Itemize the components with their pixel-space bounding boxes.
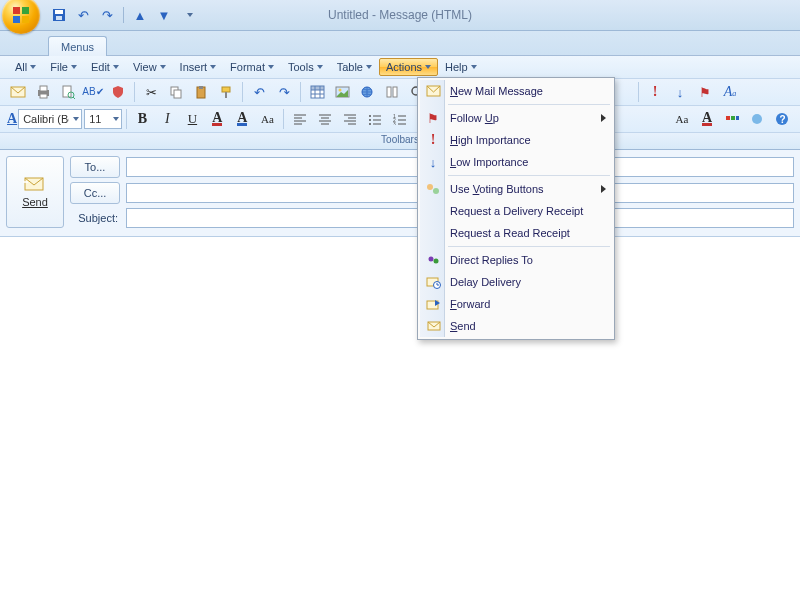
menu-item-send[interactable]: Send <box>420 315 612 337</box>
menu-edit[interactable]: Edit <box>84 58 126 76</box>
message-body[interactable] <box>0 237 800 600</box>
menu-item-new-mail[interactable]: New Mail Message <box>420 80 612 102</box>
effects-button[interactable] <box>745 107 769 131</box>
menu-item-delay-delivery[interactable]: Delay Delivery <box>420 271 612 293</box>
undo-button[interactable]: ↶ <box>72 4 94 26</box>
menu-item-label: Low Importance <box>450 156 528 168</box>
align-center-button[interactable] <box>313 107 337 131</box>
flag-button[interactable]: ⚑ <box>693 80 717 104</box>
print-preview-button[interactable] <box>56 80 80 104</box>
clear-formatting-button[interactable]: Aa <box>670 107 694 131</box>
font-family-combo[interactable]: Calibri (Body) <box>18 109 82 129</box>
redo-button-2[interactable]: ↷ <box>272 80 296 104</box>
permissions-button[interactable] <box>106 80 130 104</box>
align-center-icon <box>318 113 332 125</box>
theme-colors-button[interactable] <box>720 107 744 131</box>
menu-format[interactable]: Format <box>223 58 281 76</box>
menu-label: View <box>133 61 157 73</box>
menu-label: Edit <box>91 61 110 73</box>
bullets-icon <box>368 113 382 125</box>
undo-button-2[interactable]: ↶ <box>247 80 271 104</box>
menu-item-follow-up[interactable]: ⚑ Follow Up <box>420 107 612 129</box>
menu-item-direct-replies[interactable]: Direct Replies To <box>420 249 612 271</box>
insert-table-button[interactable] <box>305 80 329 104</box>
tab-menus[interactable]: Menus <box>48 36 107 56</box>
insert-picture-button[interactable] <box>330 80 354 104</box>
svg-rect-9 <box>40 86 47 91</box>
previous-button[interactable]: ▲ <box>129 4 151 26</box>
font-dialog-button[interactable]: A <box>6 107 18 131</box>
insert-hyperlink-button[interactable] <box>355 80 379 104</box>
align-right-icon <box>343 113 357 125</box>
underline-button[interactable]: U <box>180 107 204 131</box>
low-importance-button[interactable]: ↓ <box>668 80 692 104</box>
font-color-button-2[interactable]: A <box>695 107 719 131</box>
qat-customize[interactable] <box>177 4 199 26</box>
paste-button[interactable] <box>189 80 213 104</box>
menu-help[interactable]: Help <box>438 58 484 76</box>
menu-table[interactable]: Table <box>330 58 379 76</box>
font-color-button[interactable]: A <box>205 107 229 131</box>
menu-item-high-importance[interactable]: ! High Importance <box>420 129 612 151</box>
svg-text:?: ? <box>780 114 786 125</box>
font-size-combo[interactable]: 11 <box>84 109 122 129</box>
menu-separator <box>448 175 610 176</box>
svg-rect-30 <box>393 87 397 97</box>
help-button[interactable]: ? <box>770 107 794 131</box>
spelling-button[interactable]: AB✔ <box>81 80 105 104</box>
menu-label: Actions <box>386 61 422 73</box>
chevron-down-icon <box>210 65 216 69</box>
menu-bar: All File Edit View Insert Format Tools T… <box>0 56 800 79</box>
bullets-button[interactable] <box>363 107 387 131</box>
to-button[interactable]: To... <box>70 156 120 178</box>
paintbrush-icon <box>219 85 233 99</box>
send-button[interactable]: Send <box>6 156 64 228</box>
next-button[interactable]: ▼ <box>153 4 175 26</box>
svg-rect-1 <box>22 7 29 14</box>
save-button[interactable] <box>48 4 70 26</box>
format-painter-button[interactable] <box>214 80 238 104</box>
cut-button[interactable]: ✂ <box>139 80 163 104</box>
undo-icon: ↶ <box>78 9 89 22</box>
flag-icon: ⚑ <box>699 86 711 99</box>
signature-button[interactable]: Aa <box>718 80 742 104</box>
svg-rect-29 <box>387 87 391 97</box>
redo-button[interactable]: ↷ <box>96 4 118 26</box>
menu-tools[interactable]: Tools <box>281 58 330 76</box>
menu-item-forward[interactable]: Forward <box>420 293 612 315</box>
submenu-arrow-icon <box>601 114 606 122</box>
toolbar-group-font: B I U A A Aa <box>130 107 279 131</box>
align-right-button[interactable] <box>338 107 362 131</box>
envelope-send-icon <box>23 176 47 192</box>
case-icon: Aa <box>261 113 274 125</box>
change-case-button[interactable]: Aa <box>255 107 279 131</box>
menu-item-voting-buttons[interactable]: Use Voting Buttons <box>420 178 612 200</box>
menu-file[interactable]: File <box>43 58 84 76</box>
bold-button[interactable]: B <box>130 107 154 131</box>
menu-insert[interactable]: Insert <box>173 58 224 76</box>
cc-button[interactable]: Cc... <box>70 182 120 204</box>
arrow-down-icon: ▼ <box>158 9 171 22</box>
highlight-button[interactable]: A <box>230 107 254 131</box>
menu-item-read-receipt[interactable]: Request a Read Receipt <box>420 222 612 244</box>
menu-item-label: Request a Delivery Receipt <box>450 205 583 217</box>
menu-item-delivery-receipt[interactable]: Request a Delivery Receipt <box>420 200 612 222</box>
copy-button[interactable] <box>164 80 188 104</box>
numbering-button[interactable]: 123 <box>388 107 412 131</box>
chevron-down-icon <box>71 65 77 69</box>
menu-view[interactable]: View <box>126 58 173 76</box>
new-mail-button[interactable] <box>6 80 30 104</box>
menu-all[interactable]: All <box>8 58 43 76</box>
columns-button[interactable] <box>380 80 404 104</box>
menu-actions[interactable]: Actions <box>379 58 438 76</box>
menu-item-label: Follow Up <box>450 112 499 124</box>
clipboard-icon <box>194 85 208 99</box>
print-button[interactable] <box>31 80 55 104</box>
menu-item-label: New Mail Message <box>450 85 543 97</box>
office-button[interactable] <box>2 0 40 34</box>
numbering-icon: 123 <box>393 113 407 125</box>
menu-item-low-importance[interactable]: ↓ Low Importance <box>420 151 612 173</box>
high-importance-button[interactable]: ! <box>643 80 667 104</box>
align-left-button[interactable] <box>288 107 312 131</box>
italic-button[interactable]: I <box>155 107 179 131</box>
